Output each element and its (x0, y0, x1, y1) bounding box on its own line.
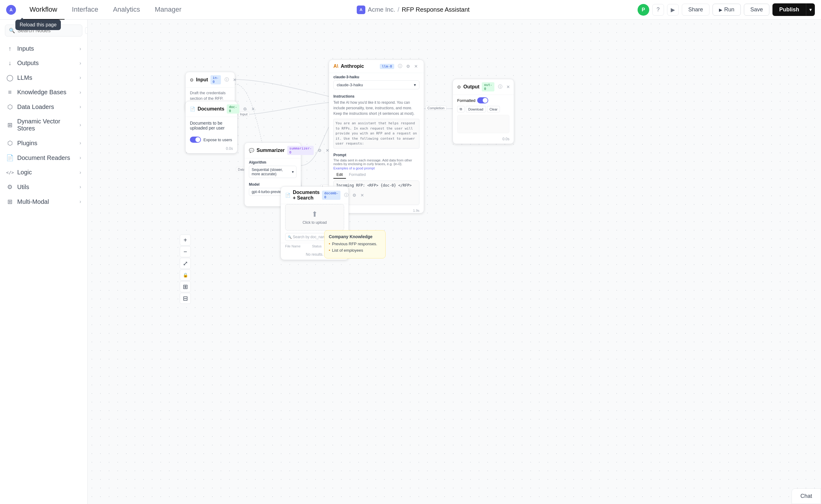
zoom-in-button[interactable]: + (180, 235, 191, 246)
tab-analytics[interactable]: Analytics (106, 0, 147, 20)
sidebar-item-knowledge-bases[interactable]: ≡ Knowledge Bases › (0, 85, 87, 99)
fit-screen-button[interactable]: ⤢ (180, 258, 191, 269)
algorithm-label: Algorithm (245, 158, 301, 166)
upload-text: Click to upload (303, 220, 327, 225)
chevron-icon: › (80, 140, 81, 146)
sidebar-item-label: Knowledge Bases (17, 89, 76, 96)
save-button[interactable]: Save (744, 4, 769, 16)
summarizer-close-button[interactable]: ✕ (324, 147, 331, 154)
docsearch-node-actions: ⓘ ⚙ ✕ (343, 192, 366, 199)
summarizer-node-title: Summarizer (257, 148, 285, 153)
tab-interface[interactable]: Interface (64, 0, 106, 20)
prompt-tab-edit[interactable]: Edit (333, 171, 346, 179)
anthropic-node-actions: ⓘ ⚙ ✕ (397, 63, 419, 70)
documents-node-header: 📄 Documents doc-0 ⚙ ✕ (185, 101, 237, 117)
input-node-badge: in-0 (211, 75, 221, 84)
publish-button[interactable]: Publish (772, 3, 806, 16)
anthropic-node-header: A\ Anthropic llm-0 ⓘ ⚙ ✕ (329, 60, 424, 73)
upload-area[interactable]: ⬆ Click to upload (285, 204, 344, 231)
anthropic-settings-button[interactable]: ⚙ (405, 63, 411, 70)
output-info-button[interactable]: ⓘ (497, 83, 504, 90)
chat-button[interactable]: Chat (792, 488, 821, 504)
docsearch-info-button[interactable]: ⓘ (343, 192, 350, 199)
output-close-button[interactable]: ✕ (505, 83, 512, 90)
share-button[interactable]: Share (682, 4, 710, 16)
bullet-icon: • (329, 248, 330, 253)
nav-right: P ? ▶ Share ▶ Run Save Publish ▾ (638, 3, 815, 16)
docsearch-close-button[interactable]: ✕ (359, 192, 366, 199)
algorithm-select[interactable]: Sequential (slower, more accurate) ▾ (249, 166, 297, 178)
sidebar-item-dynamic-vector-stores[interactable]: ⊞ Dynamic Vector Stores › (0, 114, 87, 136)
input-close-button[interactable]: ✕ (232, 76, 238, 83)
docsearch-node-header: 📄 Documents + Search docemb-0 ⓘ ⚙ ✕ (281, 187, 348, 204)
output-footer: 0.0s (453, 136, 514, 144)
knowledge-card: Company Knowledge • Previous RFP respons… (324, 230, 386, 258)
summarizer-icon: 💬 (249, 148, 254, 153)
chevron-icon: › (80, 199, 81, 204)
summarizer-settings-button[interactable]: ⚙ (316, 147, 323, 154)
expose-users-toggle[interactable] (190, 137, 201, 143)
documents-settings-button[interactable]: ⚙ (242, 106, 249, 112)
documents-node-footer: 0.0s (185, 145, 237, 153)
sidebar-item-outputs[interactable]: ↓ Outputs › (0, 56, 87, 70)
docsearch-icon: 📄 (285, 193, 290, 198)
formatted-toggle[interactable] (477, 97, 488, 103)
sidebar-item-document-readers[interactable]: 📄 Document Readers › (0, 150, 87, 165)
anthropic-close-button[interactable]: ✕ (413, 63, 419, 70)
docsearch-node-title: Documents + Search (293, 190, 320, 201)
chevron-icon: › (80, 75, 81, 80)
copy-button[interactable]: ⧉ (457, 106, 465, 112)
input-node-title: Input (196, 77, 208, 83)
clear-button[interactable]: Clear (487, 106, 500, 112)
sidebar-item-data-loaders[interactable]: ⬡ Data Loaders › (0, 99, 87, 114)
prompt-tab-formatted[interactable]: Formatted (346, 171, 369, 179)
anthropic-info-button[interactable]: ⓘ (397, 63, 403, 70)
docsearch-node-badge: docemb-0 (322, 191, 341, 200)
model-label: claude-3-haiku (329, 73, 424, 80)
history-button[interactable]: ▶ (667, 4, 679, 16)
output-node-badge: out-0 (482, 82, 494, 91)
lock-button[interactable]: 🔒 (180, 269, 191, 281)
sidebar-item-label: Multi-Modal (17, 198, 76, 205)
map-button[interactable]: ⊟ (180, 293, 191, 304)
run-button[interactable]: ▶ Run (713, 4, 741, 16)
examples-link[interactable]: Examples of a good prompt (333, 166, 419, 170)
documents-toggle-row: Expose to users (185, 134, 237, 145)
user-avatar: P (638, 4, 649, 16)
tab-workflow[interactable]: Workflow (22, 0, 64, 20)
sidebar-item-plugins[interactable]: ⬡ Plugins › (0, 136, 87, 150)
canvas[interactable]: Input Completion Data Source Input query… (87, 20, 821, 504)
logo-icon: A (6, 5, 16, 15)
multi-modal-icon: ⊞ (6, 198, 14, 205)
publish-dropdown-button[interactable]: ▾ (806, 3, 815, 16)
output-node-actions: ⓘ ✕ (497, 83, 512, 90)
chevron-icon: › (80, 155, 81, 161)
breadcrumb: Acme Inc. / RFP Response Assistant (368, 6, 469, 13)
outputs-icon: ↓ (6, 60, 14, 67)
documents-node: 📄 Documents doc-0 ⚙ ✕ Documents to be up… (185, 101, 238, 153)
sidebar-item-utils[interactable]: ⚙ Utils › (0, 180, 87, 194)
llms-icon: ◯ (6, 74, 14, 81)
knowledge-bases-icon: ≡ (6, 89, 14, 96)
zoom-out-button[interactable]: − (180, 246, 191, 257)
input-node-actions: ⓘ ✕ (224, 76, 238, 83)
input-info-button[interactable]: ⓘ (224, 76, 230, 83)
sidebar-item-multi-modal[interactable]: ⊞ Multi-Modal › (0, 194, 87, 209)
col-filename: File Name (285, 244, 301, 248)
documents-close-button[interactable]: ✕ (250, 106, 257, 112)
help-button[interactable]: ? (652, 4, 664, 16)
model-select[interactable]: claude-3-haiku ▾ (333, 80, 419, 89)
sidebar-item-label: Inputs (17, 45, 76, 52)
download-button[interactable]: Download (466, 106, 486, 112)
docsearch-settings-button[interactable]: ⚙ (351, 192, 358, 199)
sidebar-item-llms[interactable]: ◯ LLMs › (0, 70, 87, 85)
zoom-controls: + − ⤢ 🔒 ⊞ ⊟ (180, 235, 191, 304)
sidebar-item-inputs[interactable]: ↑ Inputs › (0, 41, 87, 56)
knowledge-card-title: Company Knowledge (329, 234, 381, 239)
dynamic-vector-icon: ⊞ (6, 121, 14, 129)
data-loaders-icon: ⬡ (6, 103, 14, 110)
plugins-icon: ⬡ (6, 139, 14, 147)
tab-manager[interactable]: Manager (147, 0, 189, 20)
sidebar-item-logic[interactable]: </> Logic › (0, 165, 87, 180)
grid-button[interactable]: ⊞ (180, 281, 191, 292)
